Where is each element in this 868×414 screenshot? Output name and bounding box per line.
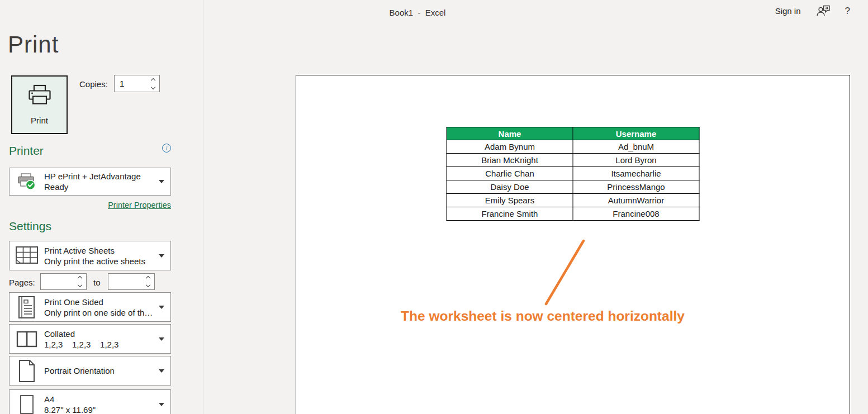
dropdown-subtitle: 1,2,3 1,2,3 1,2,3 [44,340,156,349]
chevron-down-icon [159,403,164,406]
printer-ready-icon [10,173,44,191]
collated-icon [10,331,44,348]
printer-icon [26,84,54,110]
setting-duplex-dropdown[interactable]: Print One Sided Only print on one side o… [9,292,171,322]
table-cell: Brian McKnight [447,154,573,167]
print-button-label: Print [31,116,48,125]
copies-stepper [114,75,160,92]
table-cell: Ad_bnuM [573,140,699,154]
dropdown-title: Collated [44,329,156,339]
dropdown-title: A4 [44,394,156,404]
dropdown-subtitle: Only print on one side of the… [44,308,156,317]
dropdown-title: Print Active Sheets [44,246,156,255]
pages-to-label: to [93,278,101,287]
printer-select-dropdown[interactable]: HP ePrint + JetAdvantage Ready [9,168,171,196]
pages-from-stepper [40,273,87,290]
spinner-up-icon[interactable] [146,276,150,280]
table-row: Francine Smith Francine008 [447,207,699,221]
dropdown-title: Portrait Orientation [44,366,156,375]
dropdown-subtitle: 8.27" x 11.69" [44,405,156,414]
sheet-grid-icon [10,246,44,266]
setting-paper-size-dropdown[interactable]: A4 8.27" x 11.69" [9,389,171,414]
printer-properties-link[interactable]: Printer Properties [9,201,171,210]
portrait-page-icon [10,359,44,383]
table-header-cell: Username [573,127,699,140]
table-cell: Emily Spears [447,194,573,207]
info-icon[interactable] [162,144,171,153]
spinner-down-icon[interactable] [151,84,155,89]
printer-name: HP ePrint + JetAdvantage [44,172,156,181]
pages-label: Pages: [9,278,35,287]
annotation-text: The worksheet is now centered horizontal… [401,308,685,324]
table-cell: Itsamecharlie [573,167,699,180]
copies-input[interactable] [115,75,147,92]
chevron-down-icon [159,369,164,373]
preview-page: Name Username Adam Bynum Ad_bnuM Brian M… [296,75,850,414]
setting-orientation-dropdown[interactable]: Portrait Orientation [9,356,171,386]
table-cell: PrincessMango [573,180,699,194]
table-header-row: Name Username [447,127,699,140]
table-row: Charlie Chan Itsamecharlie [447,167,699,180]
table-row: Emily Spears AutumnWarrior [447,194,699,207]
setting-print-what-dropdown[interactable]: Print Active Sheets Only print the activ… [9,241,171,270]
table-header-cell: Name [447,127,573,140]
chevron-down-icon [159,337,164,341]
pages-from-input[interactable] [41,274,74,289]
spinner-down-icon[interactable] [78,283,82,287]
spinner-up-icon[interactable] [151,78,155,82]
table-cell: Lord Byron [573,154,699,167]
printer-section-heading: Printer [9,144,44,158]
dropdown-title: Print One Sided [44,297,156,307]
table-row: Brian McKnight Lord Byron [447,154,699,167]
printer-status: Ready [44,182,156,192]
pages-to-stepper [108,273,155,290]
table-cell: Adam Bynum [447,140,573,154]
chevron-down-icon [159,254,164,258]
page-lines-icon [10,296,44,319]
copies-label: Copies: [79,79,108,89]
table-cell: Daisy Doe [447,180,573,194]
preview-table: Name Username Adam Bynum Ad_bnuM Brian M… [447,127,700,221]
dropdown-subtitle: Only print the active sheets [44,256,156,266]
settings-section-heading: Settings [9,220,51,233]
table-cell: AutumnWarrior [573,194,699,207]
print-settings-panel: Print Print Copies: Printer [0,0,203,414]
chevron-down-icon [159,180,164,183]
pages-to-input[interactable] [108,274,142,289]
spinner-down-icon[interactable] [146,283,150,287]
print-preview-area: Name Username Adam Bynum Ad_bnuM Brian M… [204,0,868,414]
spinner-up-icon[interactable] [78,276,82,280]
table-cell: Francine008 [573,207,699,221]
table-cell: Charlie Chan [447,167,573,180]
table-row: Adam Bynum Ad_bnuM [447,140,699,154]
paper-size-icon [10,394,44,414]
setting-collation-dropdown[interactable]: Collated 1,2,3 1,2,3 1,2,3 [9,324,171,354]
annotation-line [296,75,851,414]
print-button[interactable]: Print [11,75,68,134]
table-row: Daisy Doe PrincessMango [447,180,699,194]
chevron-down-icon [159,306,164,309]
page-title: Print [8,31,59,58]
table-cell: Francine Smith [447,207,573,221]
